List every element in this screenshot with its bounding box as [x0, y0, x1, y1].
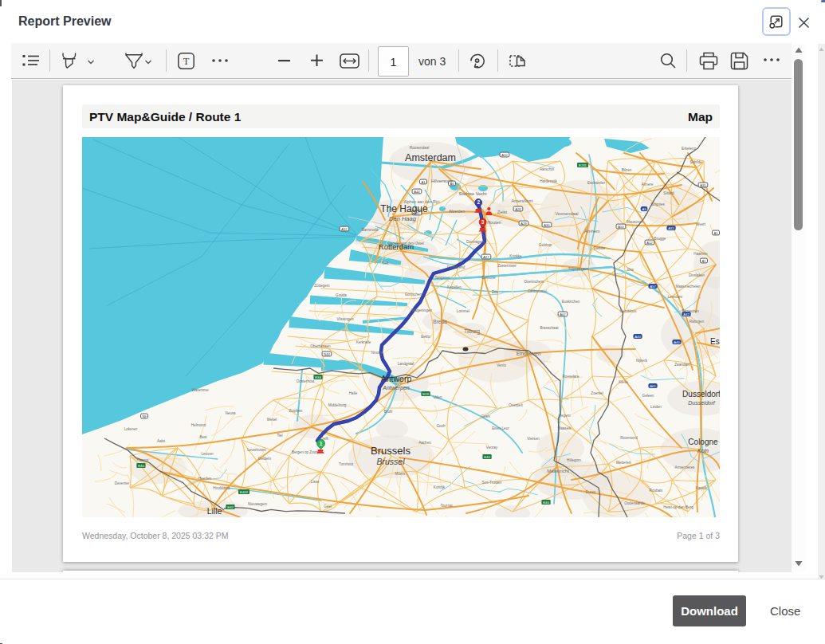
- svg-text:N9: N9: [142, 414, 147, 418]
- svg-text:A28: A28: [515, 207, 521, 211]
- svg-text:Zoersel: Zoersel: [591, 391, 603, 395]
- svg-text:Lille: Lille: [207, 506, 222, 516]
- svg-text:Mouscron: Mouscron: [627, 220, 643, 224]
- svg-text:E40: E40: [484, 455, 490, 459]
- svg-text:Kortrijk: Kortrijk: [434, 485, 446, 489]
- svg-text:Katwijk: Katwijk: [696, 486, 708, 490]
- svg-text:Geldrop: Geldrop: [539, 243, 552, 247]
- svg-text:Etten-Leur: Etten-Leur: [492, 426, 509, 430]
- svg-text:E40: E40: [543, 501, 549, 505]
- svg-text:Zutphen: Zutphen: [289, 409, 303, 413]
- svg-text:A27: A27: [483, 255, 489, 259]
- svg-text:Maasmechelen: Maasmechelen: [675, 285, 701, 289]
- svg-text:Armentieres: Armentieres: [675, 465, 695, 469]
- svg-text:Landgraaf: Landgraaf: [398, 362, 414, 366]
- svg-text:Neuss: Neuss: [225, 411, 236, 415]
- svg-text:E34: E34: [315, 375, 321, 379]
- svg-text:Venlo: Venlo: [497, 363, 506, 367]
- svg-text:A30: A30: [544, 223, 550, 227]
- svg-text:Gouda: Gouda: [336, 293, 347, 297]
- svg-text:Brasschaat: Brasschaat: [540, 326, 560, 330]
- svg-text:Kleve: Kleve: [619, 380, 628, 384]
- svg-text:Wesel: Wesel: [267, 418, 277, 422]
- svg-text:Dormagen: Dormagen: [466, 240, 484, 244]
- svg-text:Leverkusen: Leverkusen: [247, 448, 266, 452]
- svg-text:Oosterhout: Oosterhout: [297, 379, 315, 383]
- svg-text:Lommel: Lommel: [457, 309, 469, 313]
- svg-text:A40: A40: [634, 335, 641, 339]
- svg-text:Heist-op-den-Berg: Heist-op-den-Berg: [663, 505, 693, 509]
- svg-text:Knokke: Knokke: [509, 254, 522, 258]
- svg-text:Zaandam: Zaandam: [674, 363, 690, 367]
- svg-text:Gorinchem: Gorinchem: [405, 293, 423, 296]
- svg-text:Dusseldorf: Dusseldorf: [682, 390, 720, 399]
- svg-text:Maaseik: Maaseik: [557, 426, 572, 430]
- svg-text:Veenendaal: Veenendaal: [555, 211, 578, 216]
- svg-text:Kapellen: Kapellen: [447, 285, 462, 289]
- svg-text:Hilversum: Hilversum: [431, 179, 453, 183]
- svg-text:Tilburg: Tilburg: [464, 328, 480, 335]
- svg-text:Roeselare: Roeselare: [563, 375, 579, 379]
- svg-text:A28: A28: [521, 222, 527, 226]
- svg-text:Antwerpen: Antwerpen: [382, 385, 410, 391]
- svg-text:Eeklo: Eeklo: [421, 335, 430, 339]
- svg-text:Almere: Almere: [642, 183, 654, 187]
- svg-text:Middelburg: Middelburg: [328, 403, 347, 407]
- svg-text:Zottegem: Zottegem: [314, 284, 330, 288]
- svg-text:Wageningen: Wageningen: [411, 308, 432, 312]
- svg-text:Tielt: Tielt: [382, 261, 389, 265]
- svg-text:Breda: Breda: [433, 319, 447, 324]
- svg-text:Nieuwegein: Nieuwegein: [248, 502, 267, 506]
- svg-text:Schilde: Schilde: [689, 160, 702, 164]
- svg-text:Deventer: Deventer: [115, 481, 130, 485]
- svg-text:Lisse: Lisse: [311, 480, 320, 484]
- svg-text:Ninove: Ninove: [371, 351, 383, 355]
- svg-text:Nijmegen: Nijmegen: [568, 266, 588, 271]
- svg-text:Vlissingen: Vlissingen: [337, 317, 354, 321]
- svg-text:E231: E231: [579, 163, 587, 167]
- svg-text:Ede: Ede: [492, 290, 499, 294]
- svg-text:Soignies: Soignies: [650, 202, 665, 206]
- svg-text:Koln: Koln: [697, 448, 709, 454]
- svg-text:Tournai: Tournai: [440, 504, 452, 508]
- svg-text:A40: A40: [674, 340, 680, 344]
- svg-text:Capelle aan den IJssel: Capelle aan den IJssel: [387, 242, 424, 245]
- svg-text:Geel: Geel: [324, 505, 332, 509]
- svg-text:Hoofddorp: Hoofddorp: [213, 486, 230, 490]
- svg-text:Ratingen: Ratingen: [689, 320, 705, 324]
- svg-text:Roubaix: Roubaix: [650, 489, 664, 493]
- svg-text:Harderwijk: Harderwijk: [540, 179, 557, 183]
- svg-text:Waremme: Waremme: [191, 388, 208, 392]
- svg-text:Cologne: Cologne: [688, 438, 718, 446]
- svg-text:Roosendaal: Roosendaal: [410, 146, 430, 150]
- svg-text:Izegem: Izegem: [558, 414, 570, 418]
- svg-text:A50: A50: [618, 225, 624, 229]
- svg-text:Houten: Houten: [487, 220, 501, 225]
- svg-text:Sittard: Sittard: [663, 191, 674, 195]
- svg-text:Tongeren: Tongeren: [434, 276, 450, 280]
- svg-text:Amsterdam: Amsterdam: [405, 152, 456, 163]
- svg-text:Eindhoven: Eindhoven: [517, 351, 541, 356]
- svg-text:Bethune: Bethune: [481, 276, 496, 280]
- svg-text:Doetinchem: Doetinchem: [524, 280, 544, 284]
- svg-text:Bergen op Zoom: Bergen op Zoom: [292, 450, 319, 454]
- svg-text:Alphen aan den Rijn: Alphen aan den Rijn: [403, 199, 439, 204]
- svg-text:3: 3: [481, 219, 485, 225]
- svg-text:A12: A12: [341, 227, 348, 231]
- svg-text:Bruhl: Bruhl: [384, 410, 393, 414]
- svg-text:Stichtse Vecht: Stichtse Vecht: [459, 191, 487, 196]
- svg-text:A57: A57: [650, 285, 656, 289]
- svg-text:Nijkerk: Nijkerk: [636, 359, 648, 363]
- svg-text:Zoetermeer: Zoetermeer: [497, 264, 517, 268]
- svg-text:Venray: Venray: [486, 446, 498, 450]
- svg-text:Wetteren: Wetteren: [616, 461, 631, 465]
- svg-text:Oberhausen: Oberhausen: [310, 344, 331, 348]
- svg-text:Oss: Oss: [627, 268, 634, 272]
- svg-text:Heerlen: Heerlen: [198, 477, 212, 481]
- svg-text:Duren: Duren: [586, 490, 596, 494]
- svg-text:Antwerp: Antwerp: [381, 374, 412, 383]
- svg-text:The Hague: The Hague: [380, 203, 428, 214]
- svg-text:Amersfoort: Amersfoort: [512, 198, 533, 203]
- svg-text:T: T: [183, 56, 190, 67]
- svg-text:Dusseldorf: Dusseldorf: [688, 400, 716, 406]
